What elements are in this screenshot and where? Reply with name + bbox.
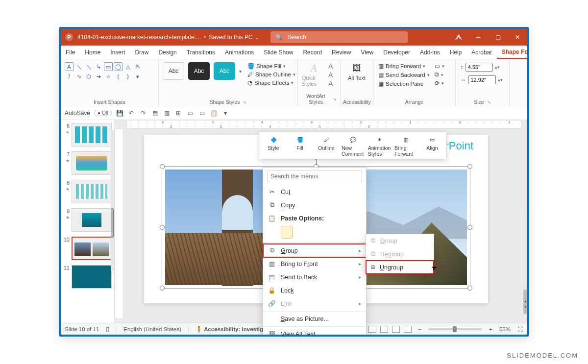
reading-view-icon[interactable] <box>392 326 400 333</box>
tab-home[interactable]: Home <box>80 46 105 59</box>
submenu-ungroup[interactable]: ⧈Ungroup <box>366 261 434 274</box>
context-menu-search[interactable] <box>267 170 362 182</box>
zoom-level[interactable]: 55% <box>499 326 511 332</box>
tab-shape-format[interactable]: Shape Format <box>497 46 529 59</box>
tab-view[interactable]: View <box>356 46 378 59</box>
selection-pane-button[interactable]: ▦Selection Pane <box>377 80 431 88</box>
resize-handle[interactable] <box>467 164 472 169</box>
zoom-out-button[interactable]: − <box>418 326 422 332</box>
mini-animation-styles-button[interactable]: ✶Animation Styles <box>368 134 391 157</box>
undo-icon[interactable]: ↶ <box>127 109 135 117</box>
language-indicator[interactable]: English (United States) <box>123 326 181 332</box>
close-button[interactable]: ✕ <box>508 29 527 46</box>
tab-developer[interactable]: Developer <box>378 46 415 59</box>
thumbnail-10[interactable]: 10 <box>63 237 112 260</box>
paste-option-1[interactable] <box>281 226 293 239</box>
resize-handle[interactable] <box>467 225 472 230</box>
rotate-button[interactable]: ⟳▾ <box>434 79 445 87</box>
ctx-send-to-back[interactable]: ▤Send to Back▸ <box>263 270 366 284</box>
shape-connector-icon[interactable]: ↳ <box>94 62 103 71</box>
qat-paste-icon[interactable]: 📋 <box>210 109 218 117</box>
maximize-button[interactable]: ▢ <box>488 29 508 46</box>
width-input[interactable] <box>468 75 496 84</box>
tab-acrobat[interactable]: Acrobat <box>466 46 496 59</box>
redo-icon[interactable]: ↷ <box>139 109 147 117</box>
resize-handle[interactable] <box>467 286 472 291</box>
qat-icon-2[interactable]: ▥ <box>163 109 171 117</box>
shape-outline-button[interactable]: 🖊Shape Outline▾ <box>246 71 296 78</box>
prev-slide-icon[interactable]: ▴ <box>524 298 527 303</box>
mini-bring-forward-button[interactable]: ▥Bring Forward <box>394 134 417 157</box>
ctx-copy[interactable]: ⧉Copy <box>263 198 366 212</box>
next-slide-icon[interactable]: ▾ <box>524 304 527 309</box>
accessibility-status[interactable]: 🧍 Accessibility: Investigate <box>196 326 271 333</box>
qat-icon-4[interactable]: ▭ <box>198 109 206 117</box>
autosave-toggle[interactable]: ● Off <box>94 110 112 116</box>
shape-line2-icon[interactable]: ＼ <box>84 62 93 71</box>
thumbnail-11[interactable]: 11 <box>63 265 112 289</box>
height-field[interactable]: ↕▴▾ <box>460 62 505 72</box>
tab-design[interactable]: Design <box>153 46 181 59</box>
save-state-chevron-icon[interactable]: ⌄ <box>255 35 259 40</box>
shape-triangle-icon[interactable]: △ <box>123 62 132 71</box>
sorter-view-icon[interactable] <box>380 326 388 333</box>
qat-customize-icon[interactable]: ▾ <box>221 109 229 117</box>
tab-slide-show[interactable]: Slide Show <box>259 46 298 59</box>
alt-text-button[interactable]: 🖼 Alt Text <box>345 62 368 81</box>
shape-curve-icon[interactable]: ∿ <box>74 72 83 81</box>
tell-me-search[interactable]: 🔍 Search <box>270 31 408 43</box>
qat-icon-1[interactable]: ▤ <box>151 109 159 117</box>
send-backward-button[interactable]: ▤Send Backward▾ <box>377 71 431 79</box>
shape-freeform-icon[interactable]: ⬡ <box>84 72 93 81</box>
shapes-gallery[interactable]: A ＼ ＼ ↳ ▭ ◯ △ ⇱ ⤴ ∿ ⬡ ➔ ☆ { } ▾ <box>65 62 154 91</box>
resize-handle[interactable] <box>160 225 165 230</box>
tab-review[interactable]: Review <box>327 46 356 59</box>
shape-arrow-icon[interactable]: ➔ <box>94 72 103 81</box>
ctx-lock[interactable]: 🔒Lock <box>263 284 366 297</box>
shape-rect-icon[interactable]: ▭ <box>104 62 113 71</box>
ctx-view-alt-text[interactable]: 🖼View Alt Text... <box>263 328 366 337</box>
ctx-bring-to-front[interactable]: ▥Bring to Front▸ <box>263 257 366 270</box>
fit-to-window-icon[interactable]: ⛶ <box>517 326 523 332</box>
ctx-save-as-picture[interactable]: Save as Picture... <box>263 313 366 325</box>
ctx-cut[interactable]: ✂Cut <box>263 185 366 198</box>
normal-view-icon[interactable] <box>368 326 376 333</box>
slideshow-view-icon[interactable] <box>404 326 412 333</box>
thumbnail-7[interactable]: 7★ <box>63 151 112 175</box>
style-gallery-more-icon[interactable]: ▾ <box>239 69 242 74</box>
shape-fill-button[interactable]: 🪣Shape Fill▾ <box>246 62 296 70</box>
shape-line-icon[interactable]: ＼ <box>74 62 83 71</box>
shape-elbow-icon[interactable]: ⤴ <box>65 72 74 81</box>
thumbnail-9[interactable]: 9★ <box>63 208 112 232</box>
tab-help[interactable]: Help <box>445 46 467 59</box>
tab-animations[interactable]: Animations <box>220 46 259 59</box>
thumbnails-scrollbar[interactable] <box>111 130 114 272</box>
zoom-slider[interactable] <box>428 328 482 330</box>
bring-forward-button[interactable]: ▥Bring Forward▾ <box>377 62 431 70</box>
shape-star-icon[interactable]: ☆ <box>104 72 113 81</box>
mini-outline-button[interactable]: 🖊Outline <box>315 134 338 157</box>
tab-file[interactable]: File <box>61 46 80 59</box>
shape-styles-dialog-icon[interactable]: ↘ <box>243 99 246 104</box>
thumbnail-8[interactable]: 8★ <box>63 180 112 203</box>
shape-effects-button[interactable]: ◔Shape Effects▾ <box>246 79 296 87</box>
mini-fill-button[interactable]: 🪣Fill <box>289 134 311 157</box>
width-field[interactable]: ↔▴▾ <box>460 75 505 85</box>
style-swatch-dark[interactable]: Abc <box>188 62 210 80</box>
zoom-in-button[interactable]: + <box>489 326 492 332</box>
resize-handle[interactable] <box>160 164 165 169</box>
mini-style-button[interactable]: 🔷Style <box>262 134 285 157</box>
shape-more-chevron-icon[interactable]: ▾ <box>133 72 142 81</box>
slide-thumbnails-pane[interactable]: 6★ 7★ 8★ 9★ 10 <box>61 120 115 323</box>
save-icon[interactable]: 💾 <box>116 109 123 117</box>
minimize-button[interactable]: ─ <box>468 29 488 46</box>
qat-icon-3[interactable]: ▭ <box>186 109 194 117</box>
size-dialog-icon[interactable]: ↘ <box>487 99 491 104</box>
shape-editpoints-icon[interactable]: ⇱ <box>133 62 142 71</box>
shape-brace-icon[interactable]: { <box>114 72 122 81</box>
ctx-group[interactable]: ⧉Group▸ <box>263 244 366 257</box>
ribbon-display-options-icon[interactable] <box>449 29 468 46</box>
shape-oval-icon[interactable]: ◯ <box>114 62 122 71</box>
mini-new-comment-button[interactable]: 💬New Comment <box>342 134 364 157</box>
slide-indicator[interactable]: Slide 10 of 11 <box>65 326 99 332</box>
